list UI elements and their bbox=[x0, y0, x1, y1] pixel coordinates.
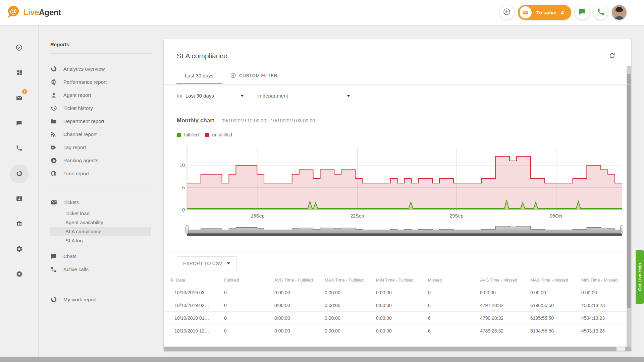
nav-item-agent-report[interactable]: Agent report bbox=[50, 88, 151, 102]
sla-table: ⇅DateFulfilledAVG Time - FulfilledMAX Ti… bbox=[164, 274, 631, 337]
table-row[interactable]: 10/10/2019 01…00:00:000:00:000:00:006479… bbox=[164, 312, 631, 324]
check-circle-icon bbox=[15, 44, 23, 53]
tab-last-30-days[interactable]: Last 30 days bbox=[176, 68, 222, 84]
y-axis-label: 5 bbox=[177, 185, 185, 190]
chevron-down-icon bbox=[240, 95, 244, 97]
envelope-icon bbox=[520, 6, 532, 18]
col-header-fulfilled[interactable]: Fulfilled bbox=[224, 278, 274, 283]
nav-item-active-calls[interactable]: Active calls bbox=[50, 263, 151, 276]
horizontal-scrollbar[interactable] bbox=[164, 347, 631, 351]
sort-icon[interactable]: ⇅ bbox=[170, 278, 174, 283]
rail-donut-button[interactable] bbox=[10, 165, 29, 183]
cell-date: 10/10/2019 01… bbox=[170, 315, 224, 321]
cell-avg-time-missed: 4790:28:32 bbox=[480, 315, 530, 321]
rail-chat-button[interactable] bbox=[10, 114, 29, 133]
divider bbox=[50, 188, 151, 188]
cell-max-time-fulfilled: 0:00:00 bbox=[325, 303, 376, 308]
nav-item-tag-report[interactable]: Tag report bbox=[50, 141, 151, 154]
x-axis-label: 22Sep bbox=[344, 213, 371, 219]
chart-legend: fulfilledunfulfilled bbox=[177, 132, 618, 137]
liveagent-logo[interactable]: @ LiveAgent bbox=[5, 4, 61, 21]
cell-max-time-missed: 6196:55:50 bbox=[530, 303, 581, 308]
table-row[interactable]: 10/10/2019 02…00:00:000:00:000:00:006479… bbox=[164, 299, 631, 312]
nav-item-ranking-agents[interactable]: Ranking agents bbox=[50, 154, 151, 167]
rail-phone-button[interactable] bbox=[10, 139, 29, 158]
export-csv-button[interactable]: EXPORT TO CSV bbox=[177, 256, 236, 270]
to-solve-label: To solve bbox=[536, 10, 556, 15]
table-row[interactable]: 10/10/2019 12…00:00:000:00:000:00:006478… bbox=[164, 324, 631, 337]
nav-item-channel-report[interactable]: Channel report bbox=[50, 128, 151, 141]
cell-fulfilled: 0 bbox=[224, 290, 274, 295]
rail-mail-button[interactable]: 1 bbox=[10, 89, 29, 108]
col-header-min-time-fulfilled[interactable]: MIN Time - Fulfilled bbox=[376, 278, 428, 283]
chat-icon bbox=[16, 120, 22, 128]
bottom-bar bbox=[0, 357, 644, 362]
cell-max-time-fulfilled: 0:00:00 bbox=[325, 328, 376, 334]
legend-unfulfilled[interactable]: unfulfilled bbox=[205, 132, 232, 137]
tab-custom-filter[interactable]: CUSTOM FILTER bbox=[222, 68, 286, 84]
phone-icon bbox=[597, 8, 605, 17]
vertical-scrollbar[interactable] bbox=[627, 66, 631, 351]
cell-missed: 6 bbox=[428, 303, 480, 308]
to-solve-count: 4 bbox=[561, 10, 564, 15]
rail-dashboard-button[interactable] bbox=[10, 64, 29, 83]
period-select[interactable]: for Last 30 days bbox=[177, 93, 244, 99]
folder-icon bbox=[50, 118, 58, 125]
filter-bar: for Last 30 days in department bbox=[164, 84, 631, 107]
legend-fulfilled[interactable]: fulfilled bbox=[177, 132, 199, 137]
chart-navigator[interactable] bbox=[187, 225, 622, 237]
nav-item-analytics-overview[interactable]: Analytics overview bbox=[50, 62, 151, 75]
donut-icon bbox=[50, 296, 58, 303]
rss-icon bbox=[50, 131, 58, 137]
cell-avg-time-fulfilled: 0:00:00 bbox=[274, 328, 325, 334]
table-row[interactable]: 10/10/2019 03…00:00:000:00:000:00:0000:0… bbox=[164, 286, 631, 299]
nav-item-department-report[interactable]: Department report bbox=[50, 115, 151, 128]
rail-check-circle-button[interactable] bbox=[10, 39, 29, 58]
nav-item-ticket-history[interactable]: Ticket history bbox=[50, 102, 151, 115]
report-tabs: Last 30 days CUSTOM FILTER bbox=[164, 68, 631, 84]
refresh-icon[interactable] bbox=[608, 52, 616, 61]
cell-max-time-fulfilled: 0:00:00 bbox=[325, 290, 376, 295]
col-header-missed[interactable]: Missed bbox=[428, 278, 480, 283]
cell-min-time-fulfilled: 0:00:00 bbox=[376, 303, 428, 308]
cell-date: 10/10/2019 03… bbox=[170, 290, 224, 295]
person-icon bbox=[50, 92, 58, 99]
nav-subitem-agent-availability[interactable]: Agent availability bbox=[50, 218, 151, 227]
nav-subitem-sla-log[interactable]: SLA log bbox=[50, 236, 151, 245]
to-solve-button[interactable]: To solve 4 bbox=[518, 5, 571, 20]
logo-text: LiveAgent bbox=[23, 8, 61, 17]
phone-icon bbox=[50, 266, 58, 273]
rail-gear-button[interactable] bbox=[10, 240, 29, 259]
col-header-max-time-missed[interactable]: MAX Time - Missed bbox=[530, 278, 581, 283]
chart-date-range: 09/10/2019 12:00:00 - 10/10/2019 03:00:0… bbox=[221, 118, 315, 123]
chats-button[interactable] bbox=[575, 5, 590, 20]
col-header-avg-time-missed[interactable]: AVG Time - Missed bbox=[480, 278, 530, 283]
liveagent-logo-icon: @ bbox=[5, 4, 21, 21]
col-header-date[interactable]: ⇅Date bbox=[170, 278, 224, 283]
navigator-left-handle[interactable] bbox=[185, 225, 189, 234]
calls-button[interactable] bbox=[593, 5, 608, 20]
navigator-right-handle[interactable] bbox=[620, 225, 623, 234]
nav-item-chats[interactable]: Chats bbox=[50, 250, 151, 263]
nav-item-tickets[interactable]: Tickets bbox=[50, 196, 151, 209]
rail-contact-card-button[interactable] bbox=[10, 190, 29, 208]
rail-star-circle-button[interactable] bbox=[10, 265, 29, 284]
cell-avg-time-missed: 4789:28:32 bbox=[480, 328, 530, 334]
nav-item-performance-report[interactable]: Performance report bbox=[50, 75, 151, 88]
user-avatar[interactable] bbox=[612, 5, 627, 20]
add-button[interactable] bbox=[499, 5, 514, 20]
col-header-avg-time-fulfilled[interactable]: AVG Time - Fulfilled bbox=[274, 278, 325, 283]
get-live-help-tab[interactable]: Get Live Help bbox=[636, 250, 644, 304]
col-header-max-time-fulfilled[interactable]: MAX Time - Fulfilled bbox=[325, 278, 376, 283]
donut-icon bbox=[50, 65, 58, 72]
rail-bank-button[interactable] bbox=[10, 215, 29, 234]
nav-item-my-work-report[interactable]: My work report bbox=[50, 293, 151, 306]
cell-min-time-fulfilled: 0:00:00 bbox=[376, 328, 428, 334]
col-header-min-time-missed[interactable]: MIN Time - Missed bbox=[581, 278, 625, 283]
y-axis-label: 0 bbox=[177, 207, 185, 213]
nav-subitem-sla-compliance[interactable]: SLA compliance bbox=[50, 227, 151, 236]
nav-subitem-ticket-load[interactable]: Ticket load bbox=[50, 209, 151, 218]
nav-item-time-report[interactable]: Time report bbox=[50, 167, 151, 180]
department-select[interactable]: in department bbox=[257, 93, 350, 99]
chip-icon bbox=[50, 79, 58, 85]
